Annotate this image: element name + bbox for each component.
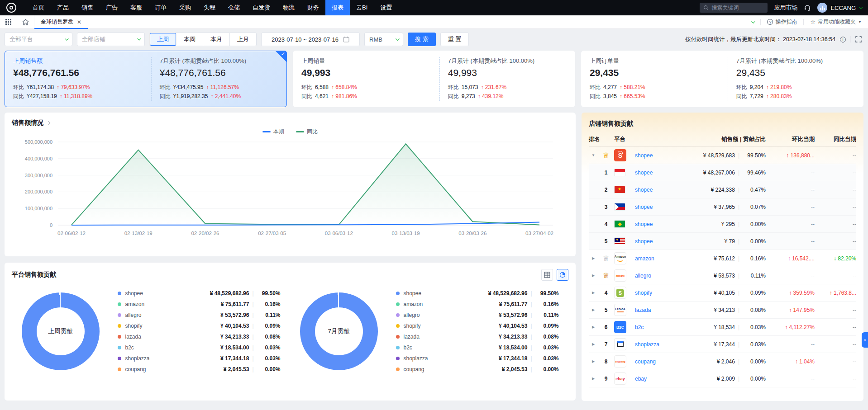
apps-grid-icon[interactable] <box>0 15 17 29</box>
platform-link[interactable]: lazada <box>635 307 686 313</box>
expand-icon[interactable]: ▶ <box>589 273 598 278</box>
legend-item[interactable]: lazada ¥ 34,213.33 | 0.08% <box>396 331 559 342</box>
table-row[interactable]: 1 shopee ¥ 48,267,006 99.46% -- -- <box>589 164 856 181</box>
expand-icon[interactable]: ▶ <box>589 308 598 312</box>
date-range-picker[interactable]: 2023-07-10 ~ 2023-07-16 <box>261 33 360 46</box>
guide-link[interactable]: ? 操作指南 <box>767 18 797 26</box>
platform-link[interactable]: shopee <box>635 238 686 245</box>
period-button-本月[interactable]: 本月 <box>203 33 230 46</box>
nav-item-产品[interactable]: 产品 <box>51 0 75 15</box>
nav-item-物流[interactable]: 物流 <box>277 0 301 15</box>
kpi-card[interactable]: 上周销售额 ¥48,776,761.56 环比¥61,174.38↑ 79,63… <box>5 51 287 107</box>
kpi-card[interactable]: 上周订单量 29,435 环比4,277↑ 588.21% 同比3,845↑ 6… <box>581 51 863 107</box>
platform-link[interactable]: amazon <box>635 255 686 262</box>
legend-item[interactable]: shoplazza ¥ 17,344.18 | 0.03% <box>396 353 559 364</box>
nav-item-广告[interactable]: 广告 <box>100 0 124 15</box>
table-row[interactable]: ▶ 3 allegro allegro ¥ 53,573 0.11% -- -- <box>589 267 856 284</box>
chart-legend-本期[interactable]: 本期 <box>262 128 284 136</box>
platform-link[interactable]: coupang <box>635 358 686 365</box>
platform-link[interactable]: shopify <box>635 290 686 296</box>
legend-item[interactable]: b2c ¥ 18,534.00 | 0.03% <box>396 342 559 353</box>
table-row[interactable]: 4 shopee ¥ 295 0.00% -- -- <box>589 216 856 233</box>
currency-select[interactable]: RMB <box>364 33 403 46</box>
chart-legend-同比[interactable]: 同比 <box>296 128 318 136</box>
legend-item[interactable]: amazon ¥ 75,611.77 | 0.16% <box>396 299 559 310</box>
fullscreen-icon[interactable] <box>855 36 862 42</box>
close-icon[interactable]: ✕ <box>77 19 81 25</box>
table-row[interactable]: ▶ 2 Amazon amazon ¥ 75,612 0.16% ↑ 16,54… <box>589 250 856 267</box>
table-row[interactable]: ▶ 5 LAZADA lazada ¥ 34,213 0.08% ↑ 147.9… <box>589 302 856 319</box>
platform-link[interactable]: b2c <box>635 324 686 330</box>
nav-item-设置[interactable]: 设置 <box>374 0 398 15</box>
platform-link[interactable]: shopee <box>635 221 686 227</box>
store-select[interactable]: 全部店铺 <box>77 33 145 46</box>
app-market-link[interactable]: 应用市场 <box>774 4 797 12</box>
platform-link[interactable]: shopee <box>635 152 686 159</box>
platform-link[interactable]: allegro <box>635 273 686 279</box>
nav-item-采购[interactable]: 采购 <box>173 0 197 15</box>
favorites-menu[interactable]: ☆ 常用功能收藏夹 ▼ <box>810 18 862 26</box>
legend-item[interactable]: shopee ¥ 48,529,682.96 | 99.50% <box>118 288 281 299</box>
pie-view-button[interactable] <box>557 269 568 281</box>
legend-item[interactable]: allegro ¥ 53,572.96 | 0.11% <box>396 310 559 320</box>
platform-link[interactable]: shopee <box>635 187 686 193</box>
table-row[interactable]: 2 shopee ¥ 224,338 0.47% -- -- <box>589 181 856 198</box>
table-row[interactable]: ▶ 8 coupang coupang ¥ 2,046 0.00% ↑ 1.04… <box>589 353 856 370</box>
info-icon[interactable]: i <box>840 37 846 42</box>
account-menu[interactable]: ECCANG <box>817 3 862 13</box>
expand-icon[interactable]: ▶ <box>589 377 598 381</box>
legend-item[interactable]: shopee ¥ 48,529,682.96 | 99.50% <box>396 288 559 299</box>
line-chart[interactable]: 500,000,000400,000,000300,000,000200,000… <box>12 136 565 245</box>
legend-item[interactable]: lazada ¥ 34,213.33 | 0.08% <box>118 331 281 342</box>
period-button-上月[interactable]: 上月 <box>230 33 256 46</box>
expand-icon[interactable]: ▶ <box>589 291 598 295</box>
app-logo-icon[interactable] <box>6 3 16 13</box>
expand-icon[interactable]: ▶ <box>589 256 598 260</box>
period-button-上周[interactable]: 上周 <box>150 33 176 46</box>
legend-item[interactable]: shopify ¥ 40,104.53 | 0.09% <box>396 320 559 331</box>
donut-chart[interactable]: 7月贡献 <box>300 292 378 370</box>
reset-button[interactable]: 重 置 <box>440 33 469 46</box>
search-input[interactable]: 搜索关键词 <box>700 3 768 13</box>
legend-item[interactable]: allegro ¥ 53,572.96 | 0.11% <box>118 310 281 320</box>
chevron-down-icon[interactable] <box>752 19 755 23</box>
expand-icon[interactable]: ▶ <box>589 325 598 329</box>
table-row[interactable]: ▶ 9 ebay ebay ¥ 2,009 0.00% -- -- <box>589 370 856 387</box>
nav-item-报表[interactable]: 报表 <box>325 0 350 15</box>
legend-item[interactable]: coupang ¥ 2,045.53 | 0.00% <box>396 364 559 375</box>
tab-global-sales-compass[interactable]: 全球销售罗盘 ✕ <box>34 15 88 29</box>
table-row[interactable]: 3 shopee ¥ 37,965 0.07% -- -- <box>589 198 856 216</box>
donut-chart[interactable]: 上周贡献 <box>22 292 100 370</box>
table-row[interactable]: 5 shopee ¥ 79 0.00% -- -- <box>589 233 856 250</box>
legend-item[interactable]: b2c ¥ 18,534.00 | 0.03% <box>118 342 281 353</box>
nav-item-仓储[interactable]: 仓储 <box>222 0 246 15</box>
platform-link[interactable]: shopee <box>635 204 686 210</box>
platform-link[interactable]: ebay <box>635 376 686 382</box>
legend-item[interactable]: coupang ¥ 2,045.53 | 0.00% <box>118 364 281 375</box>
table-row[interactable]: ▶ 6 B2C b2c ¥ 18,534 0.03% ↑ 4,112.27% -… <box>589 319 856 336</box>
collapse-toggle[interactable]: « <box>862 332 868 348</box>
table-row[interactable]: ▼ 1 S shopee ¥ 48,529,683 99.50% ↑ 136,8… <box>589 147 856 164</box>
platform-link[interactable]: shopee <box>635 170 686 176</box>
nav-item-财务[interactable]: 财务 <box>301 0 325 15</box>
kpi-card[interactable]: 上周销量 49,993 环比6,588↑ 658.84% 同比4,621↑ 98… <box>293 51 575 107</box>
table-row[interactable]: ▶ 4 S shopify ¥ 40,105 0.09% ↑ 359.59% ↑… <box>589 284 856 302</box>
legend-item[interactable]: amazon ¥ 75,611.77 | 0.16% <box>118 299 281 310</box>
nav-item-订单[interactable]: 订单 <box>148 0 173 15</box>
search-button[interactable]: 搜 索 <box>408 33 436 46</box>
platform-select[interactable]: 全部平台 <box>5 33 72 46</box>
nav-item-头程[interactable]: 头程 <box>197 0 222 15</box>
legend-item[interactable]: shopify ¥ 40,104.53 | 0.09% <box>118 320 281 331</box>
nav-item-销售[interactable]: 销售 <box>75 0 100 15</box>
expand-icon[interactable]: ▶ <box>589 342 598 346</box>
legend-item[interactable]: shoplazza ¥ 17,344.18 | 0.03% <box>118 353 281 364</box>
chevron-right-icon[interactable] <box>47 121 50 125</box>
home-icon[interactable] <box>17 15 34 29</box>
expand-icon[interactable]: ▼ <box>589 153 598 157</box>
headset-icon[interactable] <box>804 4 811 11</box>
period-button-本周[interactable]: 本周 <box>176 33 203 46</box>
table-row[interactable]: ▶ 7 shoplazza ¥ 17,344 0.03% -- -- <box>589 336 856 353</box>
nav-item-自发货[interactable]: 自发货 <box>246 0 277 15</box>
nav-item-首页[interactable]: 首页 <box>26 0 51 15</box>
table-view-button[interactable] <box>541 269 553 281</box>
